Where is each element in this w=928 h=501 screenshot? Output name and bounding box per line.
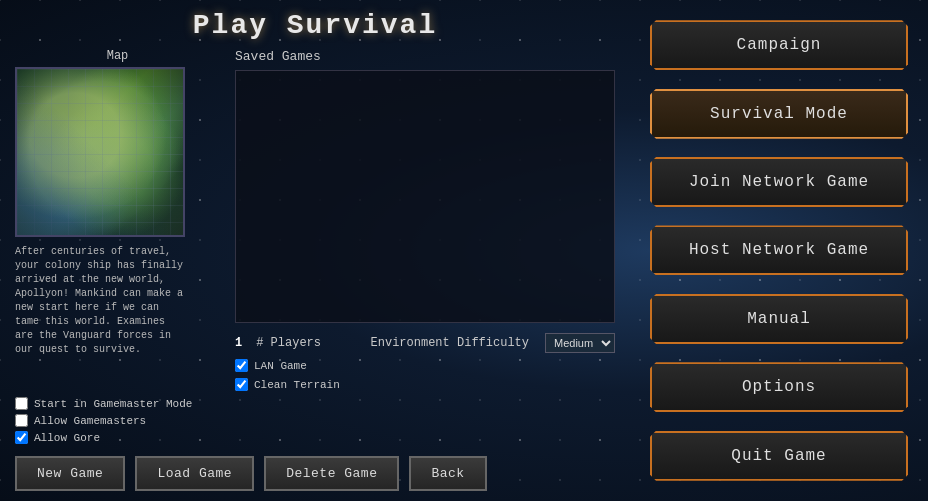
map-label: Map bbox=[15, 49, 220, 63]
manual-button[interactable]: Manual bbox=[650, 294, 908, 344]
allow-gore-checkbox[interactable] bbox=[15, 431, 28, 444]
start-gm-label: Start in Gamemaster Mode bbox=[34, 398, 192, 410]
options-button[interactable]: Options bbox=[650, 362, 908, 412]
env-difficulty-label: Environment Difficulty bbox=[371, 336, 529, 350]
lan-game-checkbox[interactable] bbox=[235, 359, 248, 372]
clean-terrain-row: Clean Terrain bbox=[235, 378, 615, 391]
clean-terrain-label: Clean Terrain bbox=[254, 379, 340, 391]
survival-mode-button[interactable]: Survival Mode bbox=[650, 89, 908, 139]
quit-game-button[interactable]: Quit Game bbox=[650, 431, 908, 481]
map-description: After centuries of travel, your colony s… bbox=[15, 245, 185, 357]
bottom-buttons: New Game Load Game Delete Game Back bbox=[15, 456, 615, 491]
allow-gm-label: Allow Gamemasters bbox=[34, 415, 146, 427]
map-section: Map After centuries of travel, your colo… bbox=[15, 49, 220, 391]
options-section: 1 # Players Environment Difficulty Mediu… bbox=[235, 333, 615, 391]
allow-gore-row: Allow Gore bbox=[15, 431, 615, 444]
join-network-button[interactable]: Join Network Game bbox=[650, 157, 908, 207]
gm-options: Start in Gamemaster Mode Allow Gamemaste… bbox=[15, 397, 615, 444]
start-gm-checkbox[interactable] bbox=[15, 397, 28, 410]
lan-game-label: LAN Game bbox=[254, 360, 307, 372]
lan-game-row: LAN Game bbox=[235, 359, 615, 372]
content-row: Map After centuries of travel, your colo… bbox=[15, 49, 615, 391]
right-sidebar: Campaign Survival Mode Join Network Game… bbox=[630, 0, 928, 501]
main-layout: Play Survival Map After centuries of tra… bbox=[0, 0, 928, 501]
players-label: # Players bbox=[256, 336, 321, 350]
allow-gore-label: Allow Gore bbox=[34, 432, 100, 444]
title-bar: Play Survival bbox=[15, 10, 615, 41]
players-row: 1 # Players Environment Difficulty Mediu… bbox=[235, 333, 615, 353]
delete-game-button[interactable]: Delete Game bbox=[264, 456, 399, 491]
load-game-button[interactable]: Load Game bbox=[135, 456, 254, 491]
allow-gm-checkbox[interactable] bbox=[15, 414, 28, 427]
map-grid bbox=[17, 69, 183, 235]
back-button[interactable]: Back bbox=[409, 456, 486, 491]
difficulty-select[interactable]: Medium Easy Hard bbox=[545, 333, 615, 353]
start-gm-row: Start in Gamemaster Mode bbox=[15, 397, 615, 410]
clean-terrain-checkbox[interactable] bbox=[235, 378, 248, 391]
page-title: Play Survival bbox=[193, 10, 437, 41]
campaign-button[interactable]: Campaign bbox=[650, 20, 908, 70]
host-network-button[interactable]: Host Network Game bbox=[650, 225, 908, 275]
saved-games-list[interactable] bbox=[235, 70, 615, 323]
allow-gm-row: Allow Gamemasters bbox=[15, 414, 615, 427]
player-count: 1 bbox=[235, 336, 242, 350]
map-image bbox=[15, 67, 185, 237]
saved-games-section: Saved Games 1 # Players Environment Diff… bbox=[235, 49, 615, 391]
left-panel: Play Survival Map After centuries of tra… bbox=[0, 0, 630, 501]
new-game-button[interactable]: New Game bbox=[15, 456, 125, 491]
saved-games-label: Saved Games bbox=[235, 49, 615, 64]
